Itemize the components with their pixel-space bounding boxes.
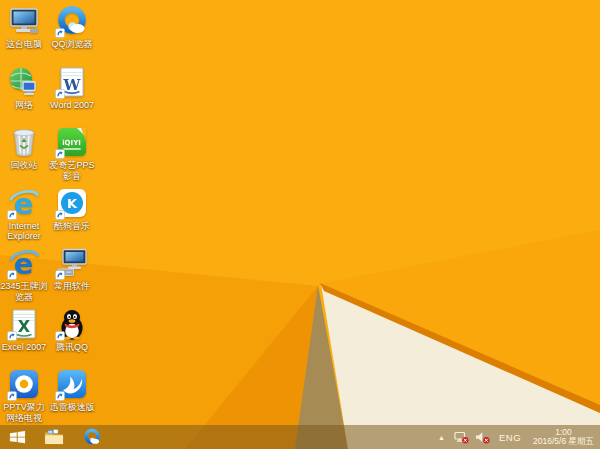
desktop-icon-label: 爱奇艺PPS 影音 bbox=[48, 160, 96, 181]
desktop-icon-label: 网络 bbox=[15, 100, 33, 111]
windows-desktop: { "desktop": { "icons": [ {"id":"this-pc… bbox=[0, 0, 600, 449]
shortcut-arrow-icon bbox=[7, 210, 17, 220]
desktop-icon-label: 这台电脑 bbox=[6, 39, 42, 50]
desktop-icon-label: Internet Explorer bbox=[0, 221, 48, 242]
desktop-icon-layer: 这台电脑 QQ浏览器 网络 Word 2007 回收站 爱奇艺PPS 影音 bbox=[0, 0, 600, 449]
shortcut-arrow-icon bbox=[55, 149, 65, 159]
desktop-icon-qq-browser[interactable]: QQ浏览器 bbox=[48, 5, 96, 50]
desktop-icon-label: 腾讯QQ bbox=[56, 342, 88, 353]
shortcut-arrow-icon bbox=[55, 331, 65, 341]
desktop-icon-recycle-bin[interactable]: 回收站 bbox=[0, 126, 48, 171]
desktop-icon-pptv[interactable]: PPTV聚力 网络电视 bbox=[0, 368, 48, 423]
desktop-icon-xunlei[interactable]: 迅雷极速版 bbox=[48, 368, 96, 413]
recycle-bin-icon bbox=[8, 126, 40, 158]
desktop-icon-word-2007[interactable]: Word 2007 bbox=[48, 66, 96, 111]
desktop-icon-common-software[interactable]: 常用软件 bbox=[48, 247, 96, 292]
desktop-icon-label: 2345王牌浏览器 bbox=[0, 281, 48, 302]
desktop-icon-iqiyi-pps[interactable]: 爱奇艺PPS 影音 bbox=[48, 126, 96, 181]
desktop-icon-excel-2007[interactable]: Excel 2007 bbox=[0, 308, 48, 353]
desktop-icon-tencent-qq[interactable]: 腾讯QQ bbox=[48, 308, 96, 353]
taskbar-pinned-apps bbox=[35, 425, 111, 449]
network-disconnected-icon[interactable] bbox=[454, 431, 469, 444]
desktop-icon-label: 酷狗音乐 bbox=[54, 221, 90, 232]
shortcut-arrow-icon bbox=[7, 270, 17, 280]
desktop-icon-label: PPTV聚力 网络电视 bbox=[0, 402, 48, 423]
desktop-icon-label: Word 2007 bbox=[50, 100, 94, 111]
taskbar-pinned-qq-browser[interactable] bbox=[73, 425, 111, 449]
shortcut-arrow-icon bbox=[55, 391, 65, 401]
desktop-icon-label: 迅雷极速版 bbox=[50, 402, 95, 413]
shortcut-arrow-icon bbox=[7, 391, 17, 401]
desktop-icon-this-pc[interactable]: 这台电脑 bbox=[0, 5, 48, 50]
taskbar-left bbox=[0, 425, 111, 449]
desktop-icon-internet-explorer[interactable]: Internet Explorer bbox=[0, 187, 48, 242]
shortcut-arrow-icon bbox=[55, 270, 65, 280]
shortcut-arrow-icon bbox=[55, 89, 65, 99]
show-hidden-icons-button[interactable]: ▲ bbox=[435, 432, 448, 443]
desktop-icon-browser-2345[interactable]: 2345王牌浏览器 bbox=[0, 247, 48, 302]
network-globe-icon bbox=[8, 66, 40, 98]
file-explorer-icon bbox=[44, 428, 64, 446]
start-button[interactable] bbox=[0, 425, 35, 449]
language-indicator[interactable]: ENG bbox=[496, 432, 524, 443]
shortcut-arrow-icon bbox=[55, 210, 65, 220]
system-tray: ▲ ENG 1:00 2016/5/6 星期五 bbox=[435, 425, 597, 449]
volume-muted-icon[interactable] bbox=[475, 431, 490, 444]
shortcut-arrow-icon bbox=[7, 331, 17, 341]
computer-icon bbox=[8, 5, 40, 37]
shortcut-arrow-icon bbox=[55, 28, 65, 38]
desktop-icon-kugou-music[interactable]: 酷狗音乐 bbox=[48, 187, 96, 232]
desktop-icon-label: 常用软件 bbox=[54, 281, 90, 292]
desktop-icon-label: 回收站 bbox=[11, 160, 38, 171]
desktop-icon-label: Excel 2007 bbox=[2, 342, 47, 353]
taskbar-pinned-explorer[interactable] bbox=[35, 425, 73, 449]
clock-date: 2016/5/6 星期五 bbox=[533, 437, 594, 447]
windows-logo-icon bbox=[9, 430, 26, 444]
qq-browser-icon bbox=[82, 428, 102, 446]
clock[interactable]: 1:00 2016/5/6 星期五 bbox=[530, 428, 597, 447]
desktop-icon-network[interactable]: 网络 bbox=[0, 66, 48, 111]
desktop-icon-label: QQ浏览器 bbox=[51, 39, 92, 50]
taskbar: ▲ ENG 1:00 2016/5/6 星期五 bbox=[0, 425, 600, 449]
